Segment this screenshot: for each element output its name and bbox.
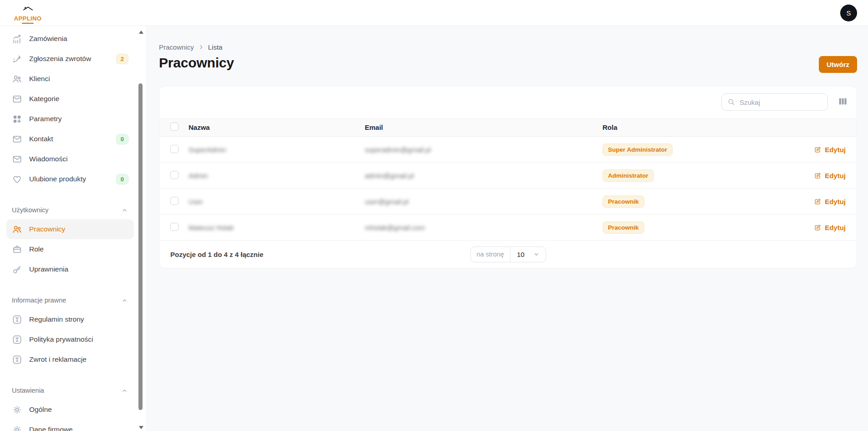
employee-name: Admin	[189, 172, 365, 180]
customers-icon	[12, 74, 22, 84]
sidebar-item-role[interactable]: Role	[6, 239, 134, 259]
employee-name: User	[189, 198, 365, 205]
sidebar-item-kontakt[interactable]: Kontakt0	[6, 129, 134, 149]
row-checkbox[interactable]	[170, 223, 179, 231]
gear-icon	[12, 405, 22, 415]
sidebar-item-zamówienia[interactable]: Zamówienia	[6, 29, 134, 49]
sidebar-item-label: Ogólne	[29, 405, 52, 414]
mail-icon	[12, 134, 22, 144]
employees-icon	[12, 224, 22, 235]
sidebar-item-label: Kategorie	[29, 95, 59, 103]
search-input[interactable]	[740, 98, 830, 106]
app-logo[interactable]: APPLINO	[10, 3, 46, 24]
table-footer: Pozycje od 1 do 4 z 4 łącznie na stronę …	[159, 241, 857, 268]
sidebar-item-klienci[interactable]: Klienci	[6, 69, 134, 89]
sidebar-section-użytkownicy[interactable]: Użytkownicy	[6, 201, 134, 219]
topbar: APPLINO S	[0, 0, 868, 26]
sidebar-count-badge: 0	[116, 174, 128, 185]
key-icon	[12, 264, 22, 275]
table-toolbar	[159, 86, 857, 118]
employee-email: mholak@gmail.com	[365, 224, 602, 231]
edit-button[interactable]: Edytuj	[814, 198, 846, 205]
sidebar-section-title: Użytkownicy	[12, 206, 49, 214]
breadcrumb-parent[interactable]: Pracownicy	[159, 43, 194, 51]
sidebar-item-label: Regulamin strony	[29, 315, 84, 323]
employees-card: Nazwa Email Rola SuperAdminsuperadmin@gm…	[159, 86, 857, 268]
column-header-nazwa[interactable]: Nazwa	[189, 123, 365, 131]
sidebar-item-ulubione-produkty[interactable]: Ulubione produkty0	[6, 169, 134, 189]
sidebar: ZamówieniaZgłoszenia zwrotów2KlienciKate…	[0, 26, 146, 431]
table-header: Nazwa Email Rola	[159, 118, 857, 137]
pagination-summary: Pozycje od 1 do 4 z 4 łącznie	[170, 251, 263, 258]
logo-underline	[22, 23, 34, 24]
scroll-down-arrow-icon[interactable]	[139, 426, 143, 429]
sidebar-item-label: Ulubione produkty	[29, 175, 86, 183]
sidebar-item-polityka-prywatności[interactable]: Polityka prywatności	[6, 329, 134, 349]
avatar-initial: S	[846, 9, 851, 17]
edit-icon	[814, 146, 822, 154]
sidebar-item-uprawnienia[interactable]: Uprawnienia	[6, 259, 134, 279]
user-avatar[interactable]: S	[840, 5, 857, 21]
sidebar-item-label: Klienci	[29, 75, 50, 83]
table-body: SuperAdminsuperadmin@gmail.plSuper Admin…	[159, 137, 857, 241]
sidebar-item-label: Wiadomości	[29, 155, 67, 163]
per-page-value: 10	[517, 251, 525, 258]
sidebar-item-wiadomości[interactable]: Wiadomości	[6, 149, 134, 169]
sidebar-item-kategorie[interactable]: Kategorie	[6, 89, 134, 109]
sidebar-item-ogólne[interactable]: Ogólne	[6, 400, 134, 420]
legal-icon	[12, 354, 22, 365]
scroll-up-arrow-icon[interactable]	[139, 31, 143, 34]
heart-icon	[12, 174, 22, 185]
per-page-control: na stronę 10	[470, 246, 546, 262]
sidebar-item-label: Polityka prywatności	[29, 335, 93, 344]
employee-email: superadmin@gmail.pl	[365, 146, 602, 154]
column-header-email[interactable]: Email	[365, 123, 602, 131]
sidebar-section-title: Informacje prawne	[12, 297, 66, 304]
sidebar-item-label: Zgłoszenia zwrotów	[29, 55, 91, 63]
create-button[interactable]: Utwórz	[819, 56, 857, 73]
sidebar-count-badge: 2	[116, 54, 128, 64]
sidebar-item-label: Kontakt	[29, 135, 53, 143]
legal-icon	[12, 334, 22, 345]
edit-button-label: Edytuj	[825, 198, 846, 205]
sidebar-nav: ZamówieniaZgłoszenia zwrotów2KlienciKate…	[0, 26, 146, 431]
edit-icon	[814, 172, 822, 180]
sidebar-section-ustawienia[interactable]: Ustawienia	[6, 381, 134, 400]
edit-icon	[814, 224, 822, 231]
sidebar-item-label: Uprawnienia	[29, 265, 68, 273]
sidebar-item-zwrot-i-reklamacje[interactable]: Zwrot i reklamacje	[6, 349, 134, 369]
row-checkbox[interactable]	[170, 197, 179, 205]
role-badge: Pracownik	[602, 195, 644, 208]
table-row: Useruser@gmail.plPracownikEdytuj	[159, 189, 857, 215]
briefcase-icon	[12, 244, 22, 255]
edit-button-label: Edytuj	[825, 146, 846, 154]
per-page-select[interactable]: 10	[511, 247, 546, 262]
column-header-rola[interactable]: Rola	[602, 123, 788, 131]
row-checkbox[interactable]	[170, 145, 179, 153]
sidebar-item-label: Role	[29, 245, 44, 253]
sidebar-section-informacje-prawne[interactable]: Informacje prawne	[6, 291, 134, 309]
sidebar-section-title: Ustawienia	[12, 387, 44, 394]
page-title: Pracownicy	[159, 55, 857, 71]
sidebar-item-dane-firmowe[interactable]: Dane firmowe	[6, 420, 134, 431]
sidebar-scrollbar-thumb[interactable]	[138, 83, 143, 410]
edit-button[interactable]: Edytuj	[814, 224, 846, 231]
sidebar-count-badge: 0	[116, 134, 128, 144]
edit-button[interactable]: Edytuj	[814, 146, 846, 154]
columns-toggle-button[interactable]	[838, 97, 848, 108]
chevron-down-icon	[533, 251, 540, 258]
sidebar-item-zgłoszenia-zwrotów[interactable]: Zgłoszenia zwrotów2	[6, 49, 134, 69]
edit-button-label: Edytuj	[825, 224, 846, 231]
edit-button[interactable]: Edytuj	[814, 172, 846, 180]
sidebar-item-pracownicy[interactable]: Pracownicy	[6, 219, 134, 239]
select-all-checkbox[interactable]	[170, 123, 179, 131]
gear-icon	[12, 425, 22, 431]
role-badge: Administrator	[602, 169, 654, 182]
sidebar-item-parametry[interactable]: Parametry	[6, 109, 134, 129]
search-box[interactable]	[721, 93, 828, 111]
sidebar-item-regulamin-strony[interactable]: Regulamin strony	[6, 309, 134, 329]
chevron-right-icon	[198, 44, 204, 51]
row-checkbox[interactable]	[170, 171, 179, 179]
sidebar-scrollbar[interactable]	[138, 26, 145, 431]
columns-icon	[838, 97, 848, 106]
